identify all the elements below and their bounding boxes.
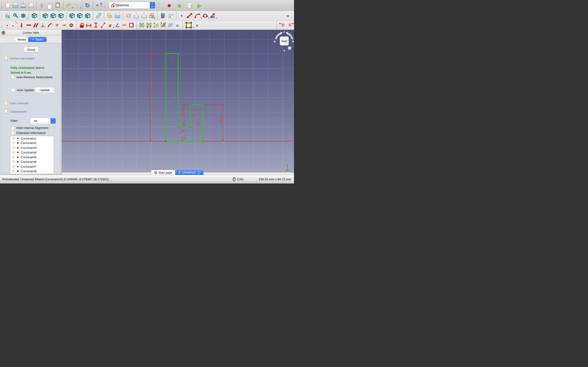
tab-model[interactable]: Model	[15, 37, 28, 42]
undock-panel-icon[interactable]	[2, 31, 5, 35]
toggle-driving-constraint-button[interactable]	[128, 21, 135, 29]
constraint-list-item[interactable]: Constraint2	[10, 141, 54, 146]
update-button[interactable]: Update	[35, 87, 54, 93]
tab-start-page[interactable]: Start page	[151, 170, 175, 175]
filter-dropdown[interactable]: All	[30, 118, 56, 124]
constraint-list-item[interactable]: Constraint6	[10, 160, 54, 165]
leave-sketch-button[interactable]	[278, 21, 285, 29]
navcube-face[interactable]: Right	[280, 36, 289, 45]
validate-sketch-button[interactable]	[148, 11, 156, 20]
toolbar-drag-handle[interactable]	[1, 22, 3, 28]
save-button[interactable]	[19, 1, 27, 10]
whats-this-button[interactable]	[95, 1, 104, 10]
view-sketch-button[interactable]	[285, 21, 293, 29]
constraint-list-item[interactable]: Constraint3	[10, 145, 54, 150]
constraint-list-item[interactable]: Constraint9	[10, 174, 54, 174]
open-file-button[interactable]	[11, 1, 19, 10]
print-button[interactable]	[27, 1, 35, 10]
constraints-section-header[interactable]: Constraints	[5, 109, 27, 114]
constraint-checkbox[interactable]	[12, 156, 15, 159]
create-part-button[interactable]	[106, 11, 113, 20]
constrain-vertical-button[interactable]	[18, 21, 25, 29]
close-tab-icon[interactable]	[154, 171, 157, 174]
constrain-snell-button[interactable]	[121, 21, 128, 29]
show-internal-geometry-button[interactable]	[167, 21, 174, 29]
view-top-button[interactable]	[49, 11, 57, 20]
navcube-right-arrow-icon[interactable]: ▶	[292, 40, 294, 43]
constrain-block-button[interactable]	[68, 21, 75, 29]
fit-all-button[interactable]	[4, 11, 11, 20]
workbench-selector[interactable]: Sketcher	[109, 2, 155, 9]
constraint-list-item[interactable]: Constraint7	[10, 164, 54, 169]
constrain-diameter-button[interactable]	[107, 21, 114, 29]
cut-button[interactable]	[38, 1, 46, 10]
toolbar-drag-handle[interactable]	[1, 13, 3, 19]
copy-tool-button[interactable]	[138, 21, 145, 29]
move-tool-button[interactable]	[145, 21, 153, 29]
undo-button[interactable]	[65, 1, 73, 10]
create-conic-button[interactable]	[209, 11, 217, 20]
auto-remove-redundants-checkbox[interactable]	[11, 75, 15, 79]
solver-messages-section-header[interactable]: Solver messages	[5, 56, 35, 60]
edit-sketch-button[interactable]	[159, 11, 167, 20]
toolbar-drag-handle[interactable]	[104, 2, 106, 8]
tab-unnamed-document[interactable]: Unnamed : 1*	[175, 170, 204, 175]
macro-play-button[interactable]	[196, 1, 204, 10]
constrain-equal-button[interactable]	[53, 21, 61, 29]
view-right-button[interactable]	[57, 11, 65, 20]
navigation-mode-label[interactable]: CAD	[237, 177, 244, 181]
constrain-horizontal-button[interactable]	[25, 21, 32, 29]
constrain-distance-button[interactable]	[99, 21, 107, 29]
edit-controls-section-header[interactable]: Edit controls	[5, 101, 28, 105]
hide-internal-alignment-checkbox[interactable]	[11, 126, 15, 130]
origin-point[interactable]	[165, 141, 166, 142]
view-left-button[interactable]	[84, 11, 91, 20]
create-line-button[interactable]	[186, 11, 193, 20]
copy-button[interactable]	[46, 1, 54, 10]
3d-viewport[interactable]: =20 =17 =19 =20, 17 =19 60 mm 15 mm 25 m…	[62, 30, 294, 175]
view-front-button[interactable]	[41, 11, 49, 20]
mouse-mode-icon[interactable]	[233, 177, 235, 181]
constrain-tangent-button[interactable]	[46, 21, 53, 29]
constraint-list-item[interactable]: Constraint1	[10, 136, 54, 141]
navcube-up-arrow-icon[interactable]: ▲	[283, 30, 286, 33]
workbench-stepper-icon[interactable]	[150, 2, 155, 8]
macro-edit-button[interactable]	[186, 1, 193, 10]
view-isometric-button[interactable]	[30, 11, 38, 20]
constrain-point-on-object-button[interactable]	[11, 21, 18, 29]
create-point-button[interactable]	[178, 11, 186, 20]
export-sketch-button[interactable]	[140, 11, 148, 20]
view-rear-button[interactable]	[68, 11, 76, 20]
constrain-coincident-button[interactable]	[4, 21, 11, 29]
constrain-parallel-button[interactable]	[32, 21, 39, 29]
constraint-list-item[interactable]: Constraint4	[10, 150, 54, 155]
constrain-perpendicular-button[interactable]	[39, 21, 46, 29]
paste-button[interactable]	[54, 1, 61, 10]
constrain-distance-x-button[interactable]	[85, 21, 92, 29]
navcube-menu-caret-icon[interactable]: ▾	[292, 47, 293, 50]
toolbar-overflow-button[interactable]	[284, 11, 292, 20]
navcube-left-arrow-icon[interactable]: ◀	[273, 40, 275, 43]
close-tab-icon[interactable]	[178, 171, 181, 174]
navcube-mini-cube-icon[interactable]	[288, 47, 291, 50]
navigation-cube[interactable]: ▲ ▼ ◀ ▶ Right x ▾	[273, 30, 294, 53]
create-circle-button[interactable]	[201, 11, 209, 20]
symmetry-tool-button[interactable]	[153, 21, 160, 29]
toolbar-drag-handle[interactable]	[158, 2, 159, 8]
fit-selection-button[interactable]: ➤	[11, 11, 19, 20]
constrain-distance-y-button[interactable]	[92, 21, 99, 29]
constrain-angle-button[interactable]	[114, 21, 121, 29]
measure-button[interactable]	[95, 11, 103, 20]
constraint-checkbox[interactable]	[12, 146, 15, 149]
create-arc-button[interactable]	[193, 11, 201, 20]
constraint-checkbox[interactable]	[12, 165, 15, 168]
constraint-checkbox[interactable]	[12, 151, 15, 154]
toolbar-overflow-button-2[interactable]	[193, 21, 200, 29]
constrain-lock-button[interactable]	[78, 21, 85, 29]
close-button[interactable]: Close	[24, 47, 39, 52]
constraint-list-item[interactable]: Constraint5	[10, 155, 54, 160]
extended-information-checkbox[interactable]	[11, 131, 15, 135]
constraint-list-item[interactable]: Constraint8	[10, 169, 54, 174]
refresh-button[interactable]	[84, 1, 91, 10]
rectangular-array-button[interactable]	[160, 21, 167, 29]
